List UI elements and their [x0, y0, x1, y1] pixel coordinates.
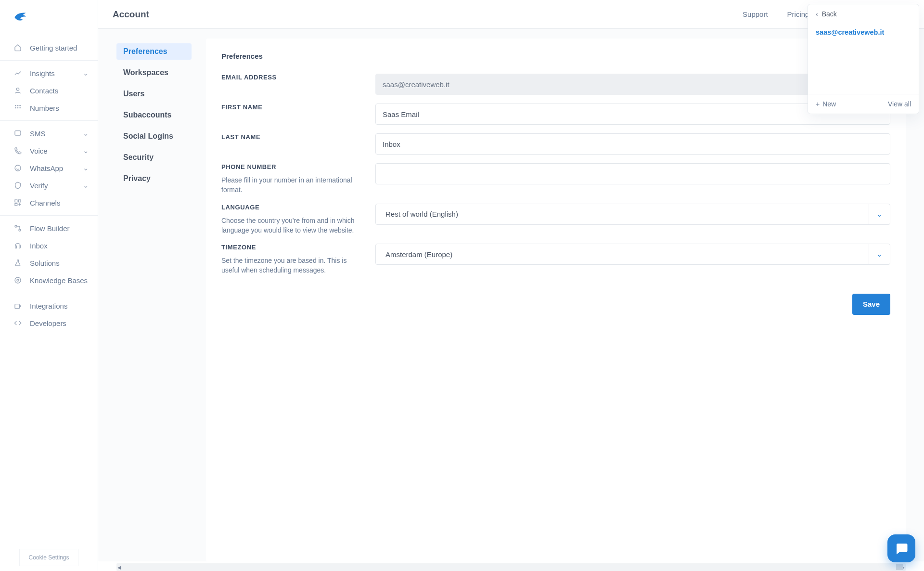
- sidebar-item-knowledge-bases[interactable]: Knowledge Bases: [0, 272, 98, 289]
- chevron-down-icon: ⌄: [83, 69, 89, 78]
- svg-point-14: [15, 277, 21, 283]
- tab-workspaces[interactable]: Workspaces: [116, 65, 192, 81]
- svg-rect-11: [15, 203, 17, 206]
- svg-rect-7: [15, 131, 21, 135]
- svg-point-8: [15, 165, 21, 171]
- sidebar-item-developers[interactable]: Developers: [0, 314, 98, 332]
- sidebar-item-sms[interactable]: SMS ⌄: [0, 125, 98, 142]
- label-phone: Phone number: [221, 163, 356, 170]
- code-icon: [13, 319, 22, 327]
- label-timezone: Timezone: [221, 244, 356, 251]
- sidebar-item-channels[interactable]: Channels: [0, 194, 98, 211]
- sidebar-item-label: Contacts: [30, 87, 58, 95]
- sidebar-item-label: Flow Builder: [30, 224, 70, 233]
- sidebar-item-label: Knowledge Bases: [30, 276, 88, 285]
- sidebar-item-voice[interactable]: Voice ⌄: [0, 142, 98, 159]
- grid-plus-icon: [13, 198, 22, 207]
- headset-icon: [13, 241, 22, 250]
- preferences-panel: Preferences Email address First name: [206, 39, 906, 561]
- svg-point-2: [17, 105, 19, 106]
- sidebar-item-verify[interactable]: Verify ⌄: [0, 177, 98, 194]
- svg-point-13: [19, 229, 21, 231]
- tab-preferences[interactable]: Preferences: [116, 43, 192, 60]
- popover-back-button[interactable]: ‹ Back: [808, 4, 919, 24]
- svg-point-0: [16, 88, 19, 91]
- last-name-field[interactable]: [375, 133, 890, 155]
- brand-logo[interactable]: [0, 0, 98, 31]
- chevron-down-icon: ⌄: [83, 181, 89, 190]
- home-icon: [13, 43, 22, 52]
- label-last-name: Last name: [221, 133, 356, 141]
- workspace-popover: ‹ Back saas@creativeweb.it + New View al…: [808, 4, 919, 114]
- sidebar-item-insights[interactable]: Insights ⌄: [0, 65, 98, 82]
- user-icon: [13, 86, 22, 95]
- sidebar-item-label: Numbers: [30, 104, 59, 112]
- header-link-support[interactable]: Support: [733, 10, 778, 18]
- chevron-down-icon: ⌄: [83, 129, 89, 138]
- popover-new-label: New: [822, 100, 836, 108]
- popover-back-label: Back: [822, 10, 837, 18]
- chevron-down-icon: ⌄: [869, 204, 890, 224]
- bird-logo-icon: [13, 11, 27, 24]
- tab-users[interactable]: Users: [116, 86, 192, 102]
- sidebar-item-flow-builder[interactable]: Flow Builder: [0, 220, 98, 237]
- sidebar-item-inbox[interactable]: Inbox: [0, 237, 98, 254]
- timezone-select[interactable]: Amsterdam (Europe) ⌄: [375, 244, 890, 265]
- label-first-name: First name: [221, 104, 356, 111]
- svg-point-12: [15, 225, 17, 227]
- sidebar-item-contacts[interactable]: Contacts: [0, 82, 98, 99]
- popover-active-email[interactable]: saas@creativeweb.it: [808, 24, 919, 94]
- language-select-value: Rest of world (English): [383, 210, 458, 218]
- chevron-down-icon: ⌄: [83, 146, 89, 155]
- sidebar-item-label: SMS: [30, 130, 46, 138]
- phone-icon: [13, 146, 22, 155]
- svg-point-4: [15, 107, 16, 109]
- whatsapp-icon: [13, 164, 22, 172]
- brain-icon: [13, 276, 22, 285]
- save-button[interactable]: Save: [852, 294, 890, 315]
- plus-icon: +: [816, 100, 820, 108]
- scrollbar-thumb[interactable]: [896, 564, 903, 570]
- label-email: Email address: [221, 74, 356, 81]
- chevron-left-icon: ‹: [816, 10, 818, 18]
- timezone-select-value: Amsterdam (Europe): [383, 250, 452, 259]
- language-select[interactable]: Rest of world (English) ⌄: [375, 204, 890, 225]
- popover-view-all-button[interactable]: View all: [888, 100, 911, 108]
- tab-social-logins[interactable]: Social Logins: [116, 128, 192, 144]
- sidebar-item-label: Channels: [30, 199, 60, 207]
- svg-point-15: [17, 279, 19, 281]
- label-language: Language: [221, 204, 356, 211]
- sidebar-item-label: Developers: [30, 319, 66, 327]
- sidebar-item-label: Insights: [30, 69, 55, 78]
- tab-privacy[interactable]: Privacy: [116, 170, 192, 187]
- sidebar-item-label: Voice: [30, 147, 48, 155]
- puzzle-icon: [13, 301, 22, 310]
- chart-icon: [13, 69, 22, 78]
- help-timezone: Set the timezone you are based in. This …: [221, 256, 356, 275]
- svg-rect-10: [18, 200, 21, 202]
- tab-security[interactable]: Security: [116, 149, 192, 166]
- sidebar-item-solutions[interactable]: Solutions: [0, 254, 98, 272]
- sidebar-item-numbers[interactable]: Numbers: [0, 99, 98, 117]
- page-header: Account Support Pricing Claim Free Credi…: [98, 0, 924, 29]
- svg-rect-9: [15, 200, 17, 202]
- phone-field[interactable]: [375, 163, 890, 184]
- settings-nav: Preferences Workspaces Users Subaccounts…: [116, 39, 192, 561]
- flow-icon: [13, 224, 22, 233]
- sidebar-item-label: Solutions: [30, 259, 60, 267]
- sidebar-item-label: Getting started: [30, 44, 77, 52]
- horizontal-scrollbar[interactable]: ◀ ▶: [116, 563, 906, 571]
- cookie-settings-button[interactable]: Cookie Settings: [19, 549, 78, 566]
- page-title: Account: [113, 9, 149, 20]
- sidebar-item-getting-started[interactable]: Getting started: [0, 39, 98, 56]
- chat-widget-button[interactable]: [887, 534, 915, 562]
- flask-icon: [13, 259, 22, 267]
- svg-point-1: [15, 105, 16, 106]
- sidebar-item-integrations[interactable]: Integrations: [0, 297, 98, 314]
- popover-new-button[interactable]: + New: [816, 100, 836, 108]
- tab-subaccounts[interactable]: Subaccounts: [116, 107, 192, 123]
- sidebar-item-label: Integrations: [30, 302, 67, 310]
- sidebar: Getting started Insights ⌄ Contacts Numb…: [0, 0, 98, 571]
- sidebar-item-whatsapp[interactable]: WhatsApp ⌄: [0, 159, 98, 177]
- help-language: Choose the country you're from and in wh…: [221, 216, 356, 235]
